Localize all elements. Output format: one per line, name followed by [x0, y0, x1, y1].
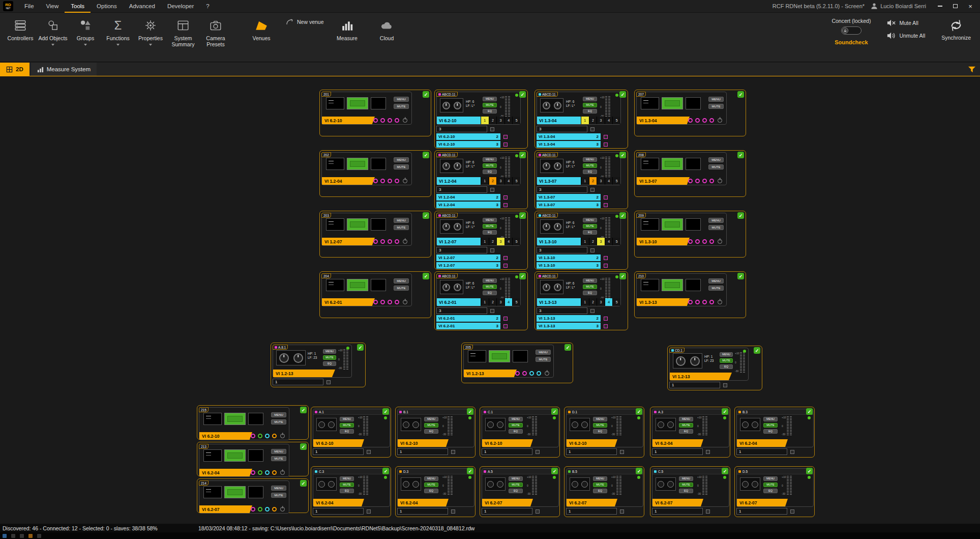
toolbar-functions[interactable]: Σ Functions	[102, 13, 134, 46]
power-button[interactable]	[403, 239, 407, 244]
small-device[interactable]: C.1MENUMUTEEQ+100-30VI 6.2-10	[482, 409, 559, 447]
eq-button[interactable]: EQ	[583, 169, 597, 174]
device-group[interactable]: 205MENUMUTEVI 1.2-13✓	[461, 343, 573, 383]
sub-channel-row[interactable]: VI 1.3-042	[537, 133, 608, 140]
mute-button[interactable]: MUTE	[271, 493, 286, 498]
proc-device[interactable]: ABCD.11HP: 6LF: L*MENUMUTEEQ+100-30VI 1.…	[537, 92, 621, 125]
channel-4[interactable]: 4	[605, 177, 613, 185]
menu-button[interactable]: MENU	[394, 278, 409, 283]
mute-button[interactable]: MUTE	[483, 103, 497, 107]
menu-button[interactable]: MENU	[583, 278, 597, 283]
small-device[interactable]: A.5MENUMUTEEQ+100-30VI 6.2-07	[482, 468, 559, 507]
eq-button[interactable]: EQ	[483, 291, 497, 295]
mute-button[interactable]: MUTE	[424, 423, 438, 428]
small-device[interactable]: D.3MENUMUTEEQ+100-30VI 6.2-04	[397, 468, 474, 507]
menu-button[interactable]: MENU	[720, 352, 733, 357]
mute-button[interactable]: MUTE	[679, 423, 693, 428]
mute-button[interactable]: MUTE	[708, 225, 724, 230]
channel-4[interactable]: 4	[504, 117, 513, 124]
menu-button[interactable]: MENU	[708, 278, 724, 283]
toolbar-measure[interactable]: Measure	[331, 13, 364, 41]
hp-knob[interactable]	[442, 283, 450, 291]
small-device[interactable]: B.3MENUMUTEEQ+100-30VI 6.2-04	[736, 409, 814, 447]
device-group[interactable]: 201MENUMUTEVI 6.2-10✓	[319, 90, 431, 136]
proc-device[interactable]: ABCD.11HP: 6LF: L*MENUMUTEEQ+100-30VI 1.…	[537, 273, 621, 306]
sub-channel-row[interactable]: VI 6.2-013	[436, 323, 508, 329]
amp-device[interactable]: 213MENUMUTEVI 6.2-04	[199, 444, 289, 477]
eq-button[interactable]: EQ	[593, 429, 607, 434]
small-device[interactable]: B.5MENUMUTEEQ+100-30VI 6.2-07	[566, 468, 643, 507]
soundcheck-label[interactable]: Soundcheck	[835, 39, 868, 45]
menu-button[interactable]: MENU	[483, 157, 497, 162]
menu-button[interactable]: MENU	[323, 349, 336, 354]
menu-button[interactable]: MENU	[394, 218, 409, 223]
sub-channel-row[interactable]: 1	[566, 508, 624, 515]
lf-knob[interactable]	[293, 353, 303, 363]
channel-2[interactable]: 2	[589, 177, 597, 185]
menu-button[interactable]: MENU	[483, 218, 497, 222]
mute-button[interactable]: MUTE	[593, 423, 607, 428]
channel-4[interactable]: 4	[504, 238, 513, 245]
power-button[interactable]	[280, 507, 285, 512]
sub-channel-row[interactable]: VI 1.3-133	[537, 323, 608, 329]
small-device[interactable]: D.1MENUMUTEEQ+100-30VI 6.2-10	[566, 409, 643, 447]
mute-button[interactable]: MUTE	[708, 104, 724, 109]
channel-2[interactable]: 2	[589, 298, 597, 306]
device-group[interactable]: CD.1HP: 1LF: 23MENUMUTEEQ+100-30VI 1.2-1…	[667, 346, 762, 390]
power-button[interactable]	[403, 300, 407, 304]
channel-3[interactable]: 3	[496, 298, 504, 306]
eq-button[interactable]: EQ	[720, 364, 733, 369]
channel-1[interactable]: 1	[481, 117, 489, 124]
maximize-button[interactable]	[947, 0, 963, 13]
lf-knob[interactable]	[554, 283, 561, 291]
mute-button[interactable]: MUTE	[708, 286, 724, 291]
sub-channel-row[interactable]: 3	[537, 307, 608, 314]
small-device[interactable]: A.3MENUMUTEEQ+100-30VI 6.2-04	[652, 409, 729, 447]
unmute-all-button[interactable]: Unmute All	[887, 32, 925, 40]
mute-button[interactable]: MUTE	[340, 483, 354, 487]
menu-button[interactable]: MENU	[394, 157, 409, 162]
mute-button[interactable]: MUTE	[394, 164, 409, 169]
sub-channel-row[interactable]: VI 1.3-132	[537, 315, 608, 322]
device-group[interactable]: ABCD.11HP: 6LF: L*MENUMUTEEQ+100-30VI 6.…	[434, 90, 528, 149]
sub-channel-row[interactable]: 1	[313, 508, 371, 515]
channel-1[interactable]: 1	[481, 177, 489, 185]
mute-button[interactable]: MUTE	[763, 483, 778, 487]
toolbar-cloud[interactable]: Cloud	[371, 13, 403, 41]
mute-button[interactable]: MUTE	[583, 224, 597, 229]
amp-device[interactable]: 205MENUMUTEVI 1.2-13	[463, 345, 554, 378]
menu-button[interactable]: MENU	[424, 476, 438, 481]
device-group[interactable]: 210MENUMUTEVI 1.3-13✓	[634, 271, 746, 318]
device-group[interactable]: ABCD.11HP: 6LF: L*MENUMUTEEQ+100-30VI 1.…	[534, 211, 628, 270]
toolbar-add-objects[interactable]: Add Objects	[37, 13, 69, 46]
power-button[interactable]	[545, 371, 549, 376]
channel-3[interactable]: 3	[597, 298, 605, 306]
power-button[interactable]	[718, 300, 722, 304]
menu-file[interactable]: File	[18, 0, 40, 13]
channel-2[interactable]: 2	[589, 117, 597, 124]
device-group[interactable]: ABCD.11HP: 6LF: L*MENUMUTEEQ+100-30VI 1.…	[534, 90, 628, 149]
channel-2[interactable]: 2	[489, 298, 497, 306]
lf-knob[interactable]	[554, 223, 561, 231]
sub-channel-row[interactable]: VI 1.3-072	[537, 194, 608, 201]
device-group[interactable]: ABCD.11HP: 6LF: L*MENUMUTEEQ+100-30VI 1.…	[434, 211, 528, 270]
amp-device[interactable]: 203MENUMUTEVI 1.2-07	[321, 213, 412, 246]
sub-channel-row[interactable]: 1	[736, 508, 794, 515]
menu-button[interactable]: MENU	[271, 486, 286, 491]
small-device[interactable]: C.3MENUMUTEEQ+100-30VI 6.2-04	[313, 468, 390, 507]
tab-2d[interactable]: 2D	[0, 63, 29, 76]
device-group[interactable]: 208MENUMUTEVI 1.3-07✓	[634, 150, 746, 197]
canvas[interactable]: 201MENUMUTEVI 6.2-10✓ABCD.11HP: 6LF: L*M…	[0, 77, 980, 524]
mute-button[interactable]: MUTE	[583, 163, 597, 168]
device-group[interactable]: D.1MENUMUTEEQ+100-30VI 6.2-101✓	[564, 407, 644, 458]
sub-channel-row[interactable]: 1	[566, 448, 624, 455]
eq-button[interactable]: EQ	[593, 489, 607, 493]
menu-button[interactable]: MENU	[679, 476, 693, 481]
device-group[interactable]: C.3MENUMUTEEQ+100-30VI 6.2-041✓	[311, 466, 391, 517]
channel-5[interactable]: 5	[612, 177, 620, 185]
menu-button[interactable]: MENU	[708, 157, 724, 162]
channel-5[interactable]: 5	[612, 117, 620, 124]
mute-button[interactable]: MUTE	[323, 355, 336, 360]
hp-knob[interactable]	[676, 356, 686, 366]
menu-button[interactable]: MENU	[509, 476, 523, 481]
